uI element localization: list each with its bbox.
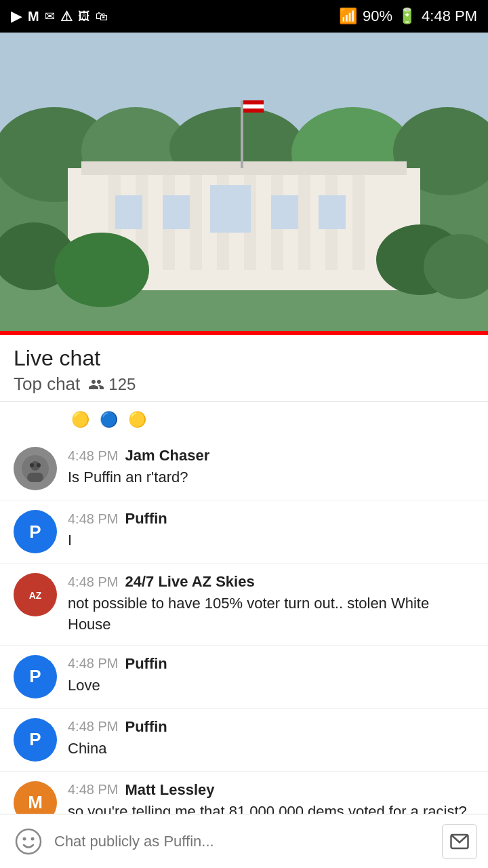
status-bar: ▶ M ✉ ⚠ 🖼 🛍 📶 90% 🔋 4:48 PM — [0, 0, 488, 33]
top-chat-label: Top chat — [14, 374, 80, 395]
chat-title: Live chat — [14, 346, 100, 371]
message-content: 4:48 PM Puffin China — [68, 718, 474, 760]
svg-rect-12 — [190, 175, 202, 270]
svg-point-31 — [54, 233, 149, 307]
svg-point-46 — [37, 463, 41, 467]
message-text: Is Puffin an r'tard? — [68, 467, 474, 488]
svg-point-45 — [30, 463, 34, 467]
svg-text:AZ: AZ — [29, 590, 42, 601]
svg-rect-29 — [319, 195, 346, 229]
video-player[interactable] — [0, 33, 488, 331]
viewer-count: 125 — [88, 375, 136, 394]
avatar: P — [14, 718, 57, 762]
wifi-icon: 📶 — [339, 7, 357, 25]
message-username: Puffin — [125, 718, 167, 736]
send-button[interactable] — [442, 824, 477, 859]
message-time: 4:48 PM — [68, 448, 118, 464]
partial-message: 🟡 🔵 🟡 — [0, 402, 488, 437]
emoji-button[interactable] — [11, 824, 46, 859]
message-time: 4:48 PM — [68, 656, 118, 671]
message-content: 4:48 PM Puffin I — [68, 510, 474, 551]
message-text: China — [68, 738, 474, 760]
svg-rect-18 — [352, 175, 365, 270]
status-icons: ▶ M ✉ ⚠ 🖼 🛍 — [11, 7, 108, 25]
emoji-3: 🟡 — [125, 408, 149, 432]
avatar — [14, 447, 57, 490]
message-username: Jam Chaser — [125, 447, 209, 465]
chat-header: Live chat Top chat — [0, 335, 488, 402]
status-info: 📶 90% 🔋 4:48 PM — [339, 7, 477, 25]
message-username: 24/7 Live AZ Skies — [125, 573, 254, 591]
svg-rect-44 — [27, 473, 43, 482]
chat-input-bar — [0, 814, 488, 868]
svg-rect-16 — [298, 175, 310, 270]
svg-rect-25 — [115, 195, 142, 229]
filter-button[interactable] — [447, 356, 453, 361]
svg-rect-23 — [243, 104, 264, 108]
chat-message: P 4:48 PM Puffin I — [0, 500, 488, 564]
svg-rect-24 — [243, 108, 264, 113]
message-text: I — [68, 530, 474, 551]
battery-icon: 🔋 — [398, 7, 416, 25]
bag-icon: 🛍 — [96, 9, 108, 24]
svg-rect-28 — [271, 195, 298, 229]
message-text: Love — [68, 675, 474, 696]
svg-rect-22 — [243, 100, 264, 104]
image-icon: 🖼 — [78, 9, 90, 24]
close-button[interactable] — [469, 356, 474, 361]
chat-input[interactable] — [54, 824, 434, 859]
battery-label: 90% — [363, 7, 392, 25]
message-text: not possible to have 105% voter turn out… — [68, 593, 474, 635]
send-icon — [449, 831, 470, 852]
message-username: Matt Lessley — [125, 781, 214, 799]
smiley-icon — [15, 828, 42, 855]
svg-point-53 — [23, 837, 26, 840]
people-icon — [88, 376, 104, 393]
svg-point-52 — [16, 829, 41, 854]
chat-message: AZ 4:48 PM 24/7 Live AZ Skies not possib… — [0, 564, 488, 646]
svg-point-54 — [31, 837, 35, 840]
avatar: P — [14, 655, 57, 698]
message-content: 4:48 PM Jam Chaser Is Puffin an r'tard? — [68, 447, 474, 488]
chat-message: P 4:48 PM Puffin China — [0, 709, 488, 772]
message-username: Puffin — [125, 655, 167, 673]
emoji-2: 🔵 — [96, 408, 121, 432]
chat-message: P 4:48 PM Puffin Love — [0, 646, 488, 709]
viewer-count-number: 125 — [108, 375, 136, 394]
chat-message: 4:48 PM Jam Chaser Is Puffin an r'tard? — [0, 437, 488, 500]
svg-rect-19 — [81, 161, 407, 175]
message-time: 4:48 PM — [68, 719, 118, 734]
message-time: 4:48 PM — [68, 511, 118, 527]
message-content: 4:48 PM 24/7 Live AZ Skies not possible … — [68, 573, 474, 635]
message-content: 4:48 PM Puffin Love — [68, 655, 474, 696]
message-time: 4:48 PM — [68, 574, 118, 590]
alert-icon: ⚠ — [60, 8, 73, 24]
message-username: Puffin — [125, 510, 167, 528]
message-time: 4:48 PM — [68, 782, 118, 797]
svg-rect-26 — [163, 195, 190, 229]
m-icon: M — [28, 9, 39, 24]
avatar: AZ — [14, 573, 57, 616]
avatar: P — [14, 510, 57, 553]
mail-icon: ✉ — [45, 9, 55, 24]
emoji-1: 🟡 — [68, 408, 92, 432]
svg-rect-20 — [241, 100, 243, 168]
time-label: 4:48 PM — [422, 7, 477, 25]
chat-messages-list: 🟡 🔵 🟡 4:48 PM Jam Chaser Is Puffin an r'… — [0, 402, 488, 868]
play-icon: ▶ — [11, 7, 22, 25]
svg-rect-27 — [210, 185, 251, 233]
